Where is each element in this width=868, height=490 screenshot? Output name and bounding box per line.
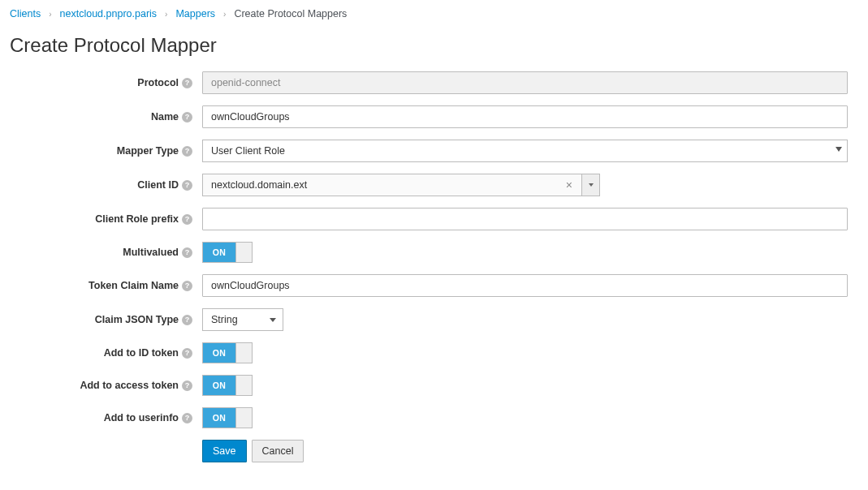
label-token-claim-name: Token Claim Name [89, 279, 179, 292]
help-icon[interactable]: ? [182, 214, 192, 225]
breadcrumb-mappers[interactable]: Mappers [175, 8, 215, 19]
label-claim-json-type: Claim JSON Type [95, 313, 179, 326]
label-add-to-id-token: Add to ID token [104, 346, 179, 359]
protocol-input [202, 71, 848, 94]
help-icon[interactable]: ? [182, 413, 192, 423]
breadcrumb-current: Create Protocol Mappers [234, 8, 347, 19]
chevron-down-icon [836, 147, 842, 152]
label-name: Name [151, 110, 179, 123]
name-input[interactable] [202, 105, 848, 128]
help-icon[interactable]: ? [182, 78, 192, 88]
label-multivalued: Multivalued [123, 246, 179, 259]
toggle-knob [235, 376, 252, 395]
row-claim-json-type: Claim JSON Type ? String [10, 308, 858, 331]
label-protocol: Protocol [137, 76, 179, 89]
toggle-knob [235, 243, 252, 262]
add-to-access-token-toggle[interactable]: ON [202, 375, 253, 396]
chevron-right-icon: › [49, 10, 51, 19]
label-add-to-access-token: Add to access token [80, 379, 179, 392]
help-icon[interactable]: ? [182, 380, 192, 391]
client-id-dropdown-button[interactable] [582, 174, 600, 196]
breadcrumb-client[interactable]: nextcloud.pnpro.paris [60, 8, 158, 19]
toggle-knob [235, 408, 252, 428]
token-claim-name-input[interactable] [202, 274, 848, 297]
client-id-combobox[interactable]: nextcloud.domain.ext × [202, 174, 582, 196]
cancel-button[interactable]: Cancel [252, 440, 304, 462]
row-mapper-type: Mapper Type ? User Client Role [10, 140, 858, 162]
row-client-role-prefix: Client Role prefix ? [10, 208, 858, 230]
help-icon[interactable]: ? [182, 315, 192, 325]
toggle-on-label: ON [203, 243, 235, 262]
mapper-type-select[interactable]: User Client Role [202, 140, 848, 162]
help-icon[interactable]: ? [182, 112, 192, 122]
label-add-to-userinfo: Add to userinfo [104, 411, 179, 424]
row-name: Name ? [10, 105, 858, 128]
label-mapper-type: Mapper Type [117, 144, 179, 157]
client-role-prefix-input[interactable] [202, 208, 848, 230]
row-add-to-userinfo: Add to userinfo ? ON [10, 407, 858, 428]
help-icon[interactable]: ? [182, 348, 192, 359]
claim-json-type-select[interactable]: String [202, 308, 283, 331]
row-add-to-id-token: Add to ID token ? ON [10, 342, 858, 363]
label-client-id: Client ID [137, 178, 179, 191]
chevron-down-icon [589, 183, 594, 187]
row-client-id: Client ID ? nextcloud.domain.ext × [10, 174, 858, 196]
label-client-role-prefix: Client Role prefix [95, 213, 179, 226]
row-add-to-access-token: Add to access token ? ON [10, 375, 858, 396]
help-icon[interactable]: ? [182, 281, 192, 291]
mapper-type-value: User Client Role [211, 145, 285, 157]
row-token-claim-name: Token Claim Name ? [10, 274, 858, 297]
chevron-right-icon: › [165, 10, 167, 19]
chevron-right-icon: › [223, 10, 226, 19]
multivalued-toggle[interactable]: ON [202, 242, 253, 263]
save-button[interactable]: Save [202, 440, 247, 462]
toggle-on-label: ON [203, 343, 235, 363]
client-id-value: nextcloud.domain.ext [211, 179, 307, 191]
chevron-down-icon [270, 318, 276, 322]
toggle-on-label: ON [203, 408, 235, 428]
toggle-on-label: ON [203, 376, 235, 395]
page-title: Create Protocol Mapper [10, 34, 858, 57]
help-icon[interactable]: ? [182, 146, 192, 157]
row-protocol: Protocol ? [10, 71, 858, 94]
breadcrumb-clients[interactable]: Clients [10, 8, 41, 19]
add-to-userinfo-toggle[interactable]: ON [202, 407, 253, 428]
toggle-knob [235, 343, 252, 363]
clear-icon[interactable]: × [564, 178, 575, 191]
add-to-id-token-toggle[interactable]: ON [202, 342, 253, 363]
claim-json-type-value: String [211, 314, 238, 325]
breadcrumb: Clients › nextcloud.pnpro.paris › Mapper… [10, 8, 858, 19]
help-icon[interactable]: ? [182, 180, 192, 191]
row-actions: Save Cancel [10, 440, 858, 462]
help-icon[interactable]: ? [182, 247, 192, 258]
row-multivalued: Multivalued ? ON [10, 242, 858, 263]
